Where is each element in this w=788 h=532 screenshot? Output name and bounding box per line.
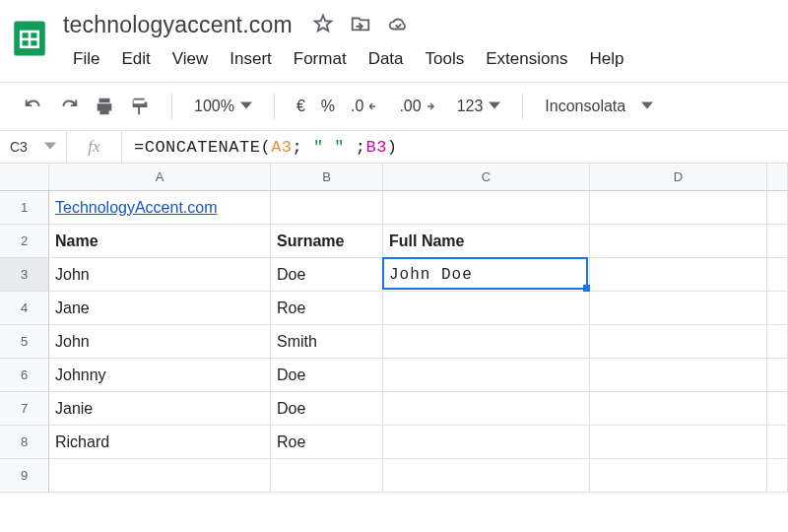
menu-data[interactable]: Data xyxy=(359,44,414,74)
document-title[interactable]: technologyaccent.com xyxy=(63,10,293,40)
table-row: JohnSmith xyxy=(49,325,788,359)
menu-help[interactable]: Help xyxy=(579,44,633,74)
table-row: TechnologyAccent.com xyxy=(49,191,788,225)
cell[interactable] xyxy=(383,392,590,426)
cell[interactable] xyxy=(767,258,788,292)
move-icon[interactable] xyxy=(350,13,371,37)
name-box[interactable]: C3 xyxy=(0,131,67,163)
cell[interactable] xyxy=(383,359,590,392)
cell[interactable] xyxy=(590,359,767,392)
cell[interactable] xyxy=(383,191,590,225)
print-button[interactable] xyxy=(91,93,118,120)
row-header[interactable]: 9 xyxy=(0,459,49,493)
cells-area[interactable]: TechnologyAccent.comNameSurnameFull Name… xyxy=(49,191,788,493)
row-header[interactable]: 8 xyxy=(0,426,49,459)
cell[interactable] xyxy=(383,426,590,459)
cell[interactable] xyxy=(590,392,767,426)
cell[interactable] xyxy=(590,225,767,258)
row-header[interactable]: 7 xyxy=(0,392,49,426)
cell[interactable] xyxy=(767,459,788,493)
cell-reference: C3 xyxy=(10,139,28,155)
paint-format-icon xyxy=(129,96,151,117)
number-format-dropdown[interactable]: 123 xyxy=(453,98,505,115)
cell[interactable] xyxy=(767,325,788,359)
cell[interactable] xyxy=(590,459,767,493)
undo-button[interactable] xyxy=(20,93,47,120)
cell[interactable]: Richard xyxy=(49,426,271,459)
cell[interactable] xyxy=(383,325,590,359)
cell[interactable] xyxy=(271,191,383,225)
menu-file[interactable]: File xyxy=(63,44,109,74)
spreadsheet-grid[interactable]: ABCD 123456789 TechnologyAccent.comNameS… xyxy=(0,164,788,493)
column-header[interactable]: B xyxy=(271,164,383,191)
cell[interactable]: John xyxy=(49,258,271,292)
cell[interactable]: Roe xyxy=(271,426,383,459)
cell[interactable]: Roe xyxy=(271,292,383,325)
column-header[interactable]: C xyxy=(383,164,590,191)
row-header[interactable]: 4 xyxy=(0,292,49,325)
cell[interactable] xyxy=(767,359,788,392)
cell[interactable]: TechnologyAccent.com xyxy=(49,191,271,225)
cell[interactable]: John Doe xyxy=(383,258,590,292)
menu-insert[interactable]: Insert xyxy=(220,44,282,74)
cell[interactable] xyxy=(767,392,788,426)
cell[interactable] xyxy=(383,459,590,493)
column-header[interactable]: A xyxy=(49,164,271,191)
cell[interactable] xyxy=(767,225,788,258)
fx-label: fx xyxy=(67,131,122,163)
formula-input[interactable]: =CONCATENATE(A3; " " ;B3) xyxy=(122,138,788,157)
cell[interactable] xyxy=(590,426,767,459)
zoom-value: 100% xyxy=(194,98,234,115)
percent-button[interactable]: % xyxy=(317,98,339,115)
cloud-icon[interactable] xyxy=(387,13,409,37)
cell[interactable]: Doe xyxy=(271,392,383,426)
toolbar-divider xyxy=(522,94,523,119)
chevron-down-icon xyxy=(641,98,653,115)
cell[interactable]: Surname xyxy=(271,225,383,258)
row-header[interactable]: 1 xyxy=(0,191,49,225)
cell[interactable] xyxy=(767,292,788,325)
cell[interactable] xyxy=(590,258,767,292)
row-header[interactable]: 6 xyxy=(0,359,49,392)
table-row: JohnDoeJohn Doe xyxy=(49,258,788,292)
cell[interactable] xyxy=(590,191,767,225)
cell[interactable] xyxy=(49,459,271,493)
redo-button[interactable] xyxy=(55,93,83,120)
cell[interactable]: John xyxy=(49,325,271,359)
menu-format[interactable]: Format xyxy=(284,44,357,74)
zoom-dropdown[interactable]: 100% xyxy=(190,98,256,115)
cell[interactable] xyxy=(767,426,788,459)
cell[interactable] xyxy=(383,292,590,325)
cell[interactable]: Doe xyxy=(271,258,383,292)
cell[interactable]: Johnny xyxy=(49,359,271,392)
currency-button[interactable]: € xyxy=(293,98,309,115)
row-header[interactable]: 3 xyxy=(0,258,49,292)
table-row: RichardRoe xyxy=(49,426,788,459)
menu-view[interactable]: View xyxy=(163,44,219,74)
cell[interactable]: Jane xyxy=(49,292,271,325)
increase-decimal-button[interactable]: .00 xyxy=(395,98,444,115)
menu-edit[interactable]: Edit xyxy=(111,44,160,74)
star-icon[interactable] xyxy=(312,13,334,37)
sheets-logo[interactable] xyxy=(8,10,51,67)
row-header[interactable]: 2 xyxy=(0,225,49,258)
cell[interactable]: Doe xyxy=(271,359,383,392)
cell[interactable] xyxy=(590,325,767,359)
decrease-decimal-button[interactable]: .0 xyxy=(347,98,387,115)
cell[interactable]: Janie xyxy=(49,392,271,426)
font-dropdown[interactable]: Inconsolata xyxy=(541,98,657,115)
column-header[interactable]: D xyxy=(590,164,767,191)
cell[interactable]: Smith xyxy=(271,325,383,359)
row-headers: 123456789 xyxy=(0,191,49,493)
cell[interactable] xyxy=(767,191,788,225)
menu-extensions[interactable]: Extensions xyxy=(476,44,577,74)
cell[interactable] xyxy=(590,292,767,325)
column-header[interactable] xyxy=(767,164,788,191)
menu-tools[interactable]: Tools xyxy=(416,44,475,74)
cell[interactable]: Full Name xyxy=(383,225,590,258)
cell[interactable] xyxy=(271,459,383,493)
row-header[interactable]: 5 xyxy=(0,325,49,359)
cell[interactable]: Name xyxy=(49,225,271,258)
select-all-corner[interactable] xyxy=(0,164,49,191)
paint-format-button[interactable] xyxy=(126,93,154,120)
